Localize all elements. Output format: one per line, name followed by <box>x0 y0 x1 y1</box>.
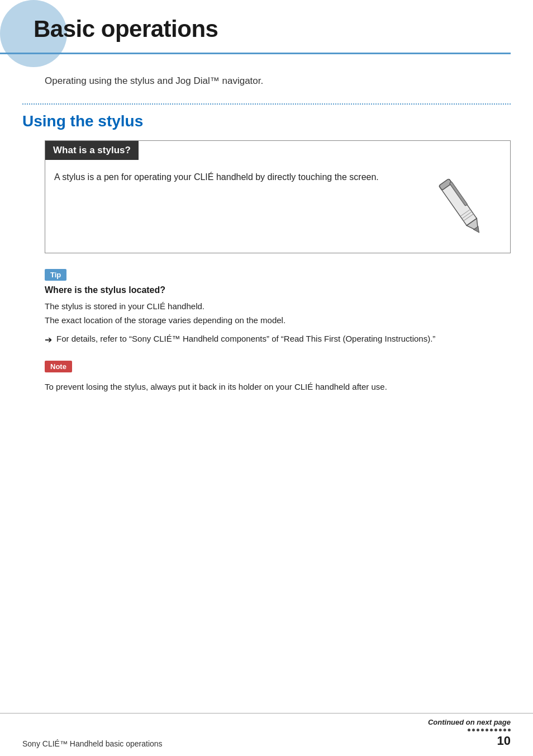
info-box-content: A stylus is a pen for operating your CLI… <box>45 160 510 253</box>
header-underline <box>0 53 511 54</box>
footer: Sony CLIÉ™ Handheld basic operations Con… <box>0 713 533 756</box>
stylus-svg <box>434 170 496 243</box>
tip-heading: Where is the stylus located? <box>45 285 511 295</box>
dots-divider <box>22 103 511 105</box>
tip-line2: The exact location of the storage varies… <box>45 314 511 328</box>
stylus-illustration <box>429 170 501 243</box>
footer-dot-1 <box>468 729 470 731</box>
footer-continued-text: Continued on next page <box>428 718 511 726</box>
footer-page-number: 10 <box>497 734 511 748</box>
tip-arrow-item: ➔ For details, refer to “Sony CLIÉ™ Hand… <box>45 332 511 347</box>
note-badge: Note <box>45 361 72 372</box>
section-dots-line <box>0 103 533 105</box>
tip-line1: The stylus is stored in your CLIÉ handhe… <box>45 300 511 314</box>
footer-dot-4 <box>481 729 484 731</box>
footer-dot-6 <box>490 729 493 731</box>
footer-dot-8 <box>499 729 502 731</box>
footer-dot-10 <box>508 729 511 731</box>
note-section: Note To prevent losing the stylus, alway… <box>0 361 533 394</box>
tip-badge: Tip <box>45 269 66 281</box>
tip-section: Tip Where is the stylus located? The sty… <box>0 269 533 347</box>
tip-arrow-icon: ➔ <box>45 333 52 347</box>
footer-dots <box>468 729 511 731</box>
info-box-heading: What is a stylus? <box>45 141 139 160</box>
footer-dot-3 <box>477 729 479 731</box>
section-title: Using the stylus <box>0 109 533 140</box>
footer-dot-5 <box>486 729 488 731</box>
info-box-text: A stylus is a pen for operating your CLI… <box>54 170 417 185</box>
footer-dot-2 <box>472 729 475 731</box>
page-container: Basic operations Operating using the sty… <box>0 0 533 756</box>
header-section: Basic operations <box>0 0 533 54</box>
page-title: Basic operations <box>0 0 533 53</box>
tip-arrow-text: For details, refer to “Sony CLIÉ™ Handhe… <box>56 332 435 346</box>
page-subtitle: Operating using the stylus and Jog Dial™… <box>0 60 533 103</box>
info-box: What is a stylus? A stylus is a pen for … <box>45 140 511 253</box>
footer-right: Continued on next page 10 <box>428 718 511 748</box>
footer-dot-9 <box>503 729 506 731</box>
footer-dot-7 <box>494 729 497 731</box>
footer-left-text: Sony CLIÉ™ Handheld basic operations <box>22 739 163 748</box>
note-body: To prevent losing the stylus, always put… <box>45 380 511 394</box>
